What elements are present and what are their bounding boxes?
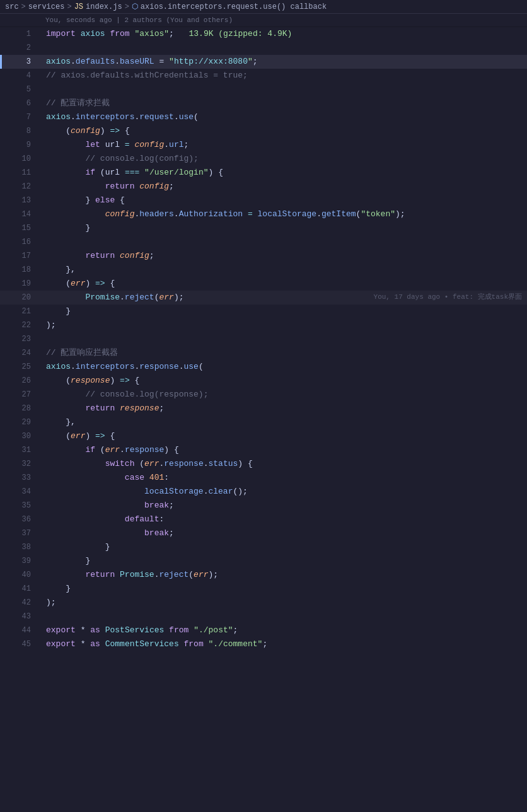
line-content-1: import axios from "axios"; 13.9K (gzippe… (41, 27, 527, 41)
code-line-16[interactable]: 16 (0, 235, 527, 249)
line-content-23 (41, 332, 527, 346)
code-line-28[interactable]: 28 return response; (0, 402, 527, 415)
line-number-8: 8 (2, 124, 41, 138)
line-number-27: 27 (2, 388, 41, 402)
line-number-36: 36 (2, 513, 41, 526)
breadcrumb: src > services > JS index.js > ⬡ axios.i… (0, 0, 527, 14)
code-line-18[interactable]: 18 }, (0, 263, 527, 277)
code-line-31[interactable]: 31 if (err.response) { (0, 443, 527, 457)
line-number-40: 40 (2, 568, 41, 582)
code-line-40[interactable]: 40 return Promise.reject(err); (0, 568, 527, 582)
code-line-9[interactable]: 9 let url = config.url; (0, 138, 527, 152)
line-number-23: 23 (2, 332, 41, 346)
line-number-24: 24 (2, 346, 41, 360)
code-line-3[interactable]: 3 axios.defaults.baseURL = "http://xxx:8… (0, 55, 527, 69)
code-line-20[interactable]: 20 Promise.reject(err); You, 17 days ago… (0, 291, 527, 304)
line-number-37: 37 (2, 526, 41, 540)
code-line-24[interactable]: 24 // 配置响应拦截器 (0, 346, 527, 360)
line-number-25: 25 (2, 360, 41, 374)
line-number-14: 14 (2, 207, 41, 221)
line-number-43: 43 (2, 610, 41, 624)
line-number-5: 5 (2, 83, 41, 96)
code-line-32[interactable]: 32 switch (err.response.status) { (0, 457, 527, 471)
line-number-3: 3 (2, 55, 41, 69)
breadcrumb-sep3: > (125, 3, 129, 11)
code-line-39[interactable]: 39 } (0, 554, 527, 568)
code-line-30[interactable]: 30 (err) => { (0, 429, 527, 443)
code-line-38[interactable]: 38 } (0, 540, 527, 554)
code-line-34[interactable]: 34 localStorage.clear(); (0, 485, 527, 499)
line-content-25: axios.interceptors.response.use( (41, 360, 527, 374)
line-content-32: switch (err.response.status) { (41, 457, 527, 471)
line-number-41: 41 (2, 582, 41, 596)
line-number-17: 17 (2, 249, 41, 263)
code-line-11[interactable]: 11 if (url === "/user/login") { (0, 166, 527, 180)
code-line-35[interactable]: 35 break; (0, 499, 527, 513)
code-line-22[interactable]: 22 ); (0, 318, 527, 332)
line-number-20: 20 (2, 291, 41, 304)
code-line-15[interactable]: 15 } (0, 221, 527, 235)
code-line-43[interactable]: 43 (0, 610, 527, 624)
line-content-8: (config) => { (41, 124, 527, 138)
line-number-10: 10 (2, 152, 41, 166)
line-content-16 (41, 235, 527, 249)
breadcrumb-services[interactable]: services (28, 3, 65, 11)
code-line-27[interactable]: 27 // console.log(response); (0, 388, 527, 402)
code-line-29[interactable]: 29 }, (0, 415, 527, 429)
line-number-28: 28 (2, 402, 41, 415)
code-line-5[interactable]: 5 (0, 83, 527, 96)
code-line-8[interactable]: 8 (config) => { (0, 124, 527, 138)
code-line-2[interactable]: 2 (0, 41, 527, 55)
breadcrumb-file-icon: JS (74, 3, 83, 11)
line-number-13: 13 (2, 194, 41, 207)
code-line-1[interactable]: 1 import axios from "axios"; 13.9K (gzip… (0, 27, 527, 41)
code-line-19[interactable]: 19 (err) => { (0, 277, 527, 291)
line-number-44: 44 (2, 624, 41, 637)
code-line-4[interactable]: 4 // axios.defaults.withCredentials = tr… (0, 69, 527, 83)
line-content-14: config.headers.Authorization = localStor… (41, 207, 527, 221)
code-line-12[interactable]: 12 return config; (0, 180, 527, 194)
breadcrumb-func-icon: ⬡ (132, 2, 138, 11)
line-content-37: break; (41, 526, 527, 540)
code-line-13[interactable]: 13 } else { (0, 194, 527, 207)
line-content-10: // console.log(config); (41, 152, 527, 166)
line-number-12: 12 (2, 180, 41, 194)
line-number-1: 1 (2, 27, 41, 41)
code-line-33[interactable]: 33 case 401: (0, 471, 527, 485)
line-number-22: 22 (2, 318, 41, 332)
line-content-21: } (41, 304, 527, 318)
line-number-33: 33 (2, 471, 41, 485)
line-content-34: localStorage.clear(); (41, 485, 527, 499)
line-number-45: 45 (2, 637, 41, 651)
code-line-23[interactable]: 23 (0, 332, 527, 346)
code-line-42[interactable]: 42 ); (0, 596, 527, 610)
line-number-2: 2 (2, 41, 41, 55)
code-line-17[interactable]: 17 return config; (0, 249, 527, 263)
code-line-25[interactable]: 25 axios.interceptors.response.use( (0, 360, 527, 374)
code-line-44[interactable]: 44 export * as PostServices from "./post… (0, 624, 527, 637)
line-content-35: break; (41, 499, 527, 513)
line-content-17: return config; (41, 249, 527, 263)
code-line-21[interactable]: 21 } (0, 304, 527, 318)
code-line-26[interactable]: 26 (response) => { (0, 374, 527, 388)
line-number-15: 15 (2, 221, 41, 235)
breadcrumb-filename[interactable]: index.js (86, 3, 122, 11)
line-content-29: }, (41, 415, 527, 429)
code-line-45[interactable]: 45 export * as CommentServices from "./c… (0, 637, 527, 651)
line-number-18: 18 (2, 263, 41, 277)
code-line-6[interactable]: 6 // 配置请求拦截 (0, 96, 527, 110)
breadcrumb-src[interactable]: src (5, 3, 19, 11)
line-content-18: }, (41, 263, 527, 277)
code-line-41[interactable]: 41 } (0, 582, 527, 596)
code-line-37[interactable]: 37 break; (0, 526, 527, 540)
code-line-36[interactable]: 36 default: (0, 513, 527, 526)
code-line-10[interactable]: 10 // console.log(config); (0, 152, 527, 166)
line-content-31: if (err.response) { (41, 443, 527, 457)
line-content-36: default: (41, 513, 527, 526)
code-line-14[interactable]: 14 config.headers.Authorization = localS… (0, 207, 527, 221)
line-content-12: return config; (41, 180, 527, 194)
line-number-6: 6 (2, 96, 41, 110)
line-content-28: return response; (41, 402, 527, 415)
line-content-7: axios.interceptors.request.use( (41, 110, 527, 124)
code-line-7[interactable]: 7 axios.interceptors.request.use( (0, 110, 527, 124)
